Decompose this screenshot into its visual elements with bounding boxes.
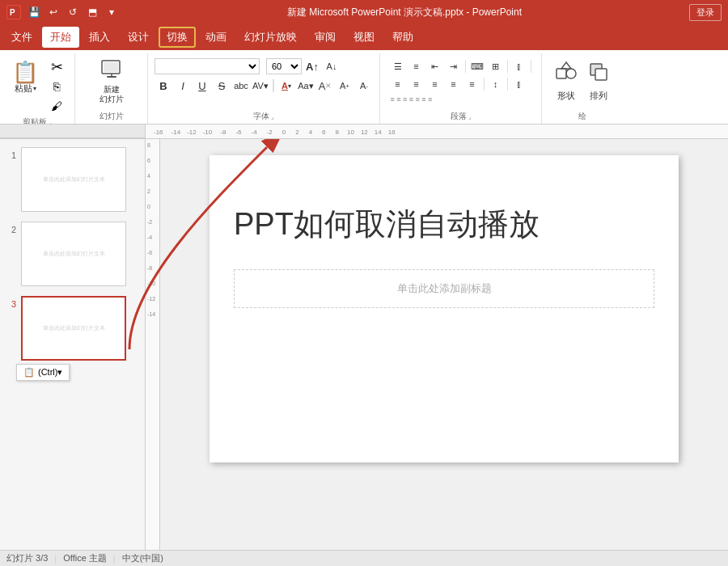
slide-title[interactable]: PPT如何取消自动播放	[210, 155, 679, 261]
clipboard-dialog-icon[interactable]: ⌟	[49, 119, 52, 125]
slide-thumb-text-1: 单击此处添加幻灯片文本	[40, 172, 108, 187]
slide-thumb-2[interactable]: 单击此处添加幻灯片文本	[21, 222, 126, 286]
new-slide-button[interactable]: 新建幻灯片	[96, 58, 127, 103]
menu-design[interactable]: 设计	[120, 27, 157, 48]
slide-thumb-1[interactable]: 单击此处添加幻灯片文本	[21, 147, 126, 212]
font-color-btn[interactable]: A ▾	[277, 78, 295, 94]
lang-info: 中文(中国)	[122, 552, 163, 564]
new-slide-label: 新建幻灯片	[99, 85, 124, 104]
menu-transitions[interactable]: 切换	[159, 27, 196, 48]
title-bar-left: P 💾 ↩ ↺ ⬒ ▾	[6, 4, 120, 20]
redo-quick-btn[interactable]: ↺	[65, 4, 81, 20]
slide-canvas-area: PPT如何取消自动播放 单击此处添加副标题	[160, 139, 728, 550]
arrange-label: 排列	[590, 90, 607, 102]
title-bar-right: 登录	[689, 4, 722, 21]
font-name-select[interactable]	[154, 58, 260, 74]
menu-slideshow[interactable]: 幻灯片放映	[236, 27, 305, 48]
superscript-btn[interactable]: A+	[336, 78, 353, 94]
clipboard-group: 📋 粘贴▾ ✂ ⎘ 🖌 剪贴板 ⌟	[0, 53, 75, 124]
paragraph-group: ☰ ≡ ⇤ ⇥ ⌨ ⊞ ⫿ ≡ ≡ ≡ ≡ ≡ ↕ ⫿	[380, 53, 542, 124]
font-divider	[273, 79, 274, 92]
svg-marker-8	[561, 62, 571, 69]
quick-access-toolbar: 💾 ↩ ↺ ⬒ ▾	[26, 4, 120, 20]
slide-item-1[interactable]: 1 单击此处添加幻灯片文本	[3, 146, 142, 213]
svg-rect-5	[107, 76, 116, 78]
cut-button[interactable]: ✂	[45, 58, 68, 76]
theme-info: Office 主题	[63, 552, 107, 564]
indent-less-btn[interactable]: ⇤	[426, 58, 444, 74]
menu-home[interactable]: 开始	[42, 27, 79, 48]
svg-text:P: P	[10, 8, 15, 17]
decrease-font-btn[interactable]: A↓	[323, 58, 341, 74]
font-aa-btn[interactable]: Aa▾	[297, 78, 315, 94]
italic-btn[interactable]: I	[174, 78, 192, 94]
shapes-icon	[555, 61, 578, 88]
save-quick-btn[interactable]: 💾	[26, 4, 42, 20]
main-area: 1 单击此处添加幻灯片文本 2 单击此处添加幻灯片文本 3 单击此处添加幻灯片文…	[0, 139, 728, 550]
font-dialog-icon[interactable]: ⌟	[271, 113, 274, 120]
powerpoint-icon: P	[6, 5, 21, 19]
undo-quick-btn[interactable]: ↩	[45, 4, 61, 20]
shadow-btn[interactable]: abc	[232, 78, 250, 94]
increase-font-btn[interactable]: A↑	[303, 58, 321, 74]
slide-canvas[interactable]: PPT如何取消自动播放 单击此处添加副标题	[210, 155, 679, 463]
paste-clipboard-popup[interactable]: 📋 (Ctrl)▾	[16, 364, 70, 381]
new-slide-icon	[100, 57, 123, 83]
format-painter-button[interactable]: 🖌	[45, 97, 68, 115]
align-col-btn[interactable]: ≡	[463, 76, 481, 92]
align-left-btn[interactable]: ≡	[389, 76, 407, 92]
para-divider4	[484, 78, 485, 91]
slides-label: 幻灯片	[82, 111, 141, 122]
paste-button[interactable]: 📋 粘贴▾	[6, 55, 44, 100]
shapes-button[interactable]: 形状	[552, 58, 581, 103]
shapes-label: 形状	[557, 90, 575, 102]
char-spacing-btn[interactable]: AV▾	[252, 78, 269, 94]
menu-animations[interactable]: 动画	[197, 27, 235, 48]
menu-help[interactable]: 帮助	[384, 27, 421, 48]
columns-btn[interactable]: ⫿	[510, 76, 528, 92]
slide-num-3: 3	[5, 296, 16, 309]
login-button[interactable]: 登录	[689, 4, 722, 21]
font-label: 字体 ⌟	[154, 111, 373, 122]
font-clear-btn[interactable]: A✕	[316, 78, 334, 94]
slide-item-3[interactable]: 3 单击此处添加幻灯片文本	[3, 294, 142, 362]
arrange-button[interactable]: 排列	[584, 58, 613, 103]
indent-more-btn[interactable]: ⇥	[445, 58, 463, 74]
font-group: 60 A↑ A↓ B I U S abc AV▾ A ▾ Aa▾ A✕	[148, 53, 380, 124]
menu-insert[interactable]: 插入	[81, 27, 118, 48]
slide-thumb-3[interactable]: 单击此处添加幻灯片文本	[21, 296, 126, 361]
menu-view[interactable]: 视图	[345, 27, 383, 48]
font-row-2: B I U S abc AV▾ A ▾ Aa▾ A✕ A+ A-	[154, 78, 373, 94]
slide-thumb-text-2: 单击此处添加幻灯片文本	[40, 247, 108, 261]
convert-smartart-btn[interactable]: ⊞	[487, 58, 505, 74]
slide-subtitle[interactable]: 单击此处添加副标题	[234, 269, 654, 308]
col-btn[interactable]: ⫿	[510, 58, 528, 74]
present-quick-btn[interactable]: ⬒	[84, 4, 100, 20]
ruler-area: -16 -14 -12 -10 -8 -6 -4 -2 0 2 4 6 8 10…	[0, 125, 728, 139]
menu-file[interactable]: 文件	[3, 27, 40, 48]
menu-review[interactable]: 审阅	[307, 27, 344, 48]
slide-subtitle-placeholder: 单击此处添加副标题	[397, 282, 492, 294]
bullets-btn[interactable]: ☰	[389, 58, 407, 74]
paste-label: 粘贴▾	[15, 82, 36, 95]
slide-item-2[interactable]: 2 单击此处添加幻灯片文本	[3, 220, 142, 288]
align-right-btn[interactable]: ≡	[426, 76, 444, 92]
text-direction-btn[interactable]: ⌨	[468, 58, 486, 74]
align-justify-btn[interactable]: ≡	[445, 76, 463, 92]
ruler-horizontal: -16 -14 -12 -10 -8 -6 -4 -2 0 2 4 6 8 10…	[146, 125, 728, 139]
bold-btn[interactable]: B	[154, 78, 172, 94]
svg-rect-3	[104, 62, 118, 72]
quick-access-dropdown[interactable]: ▾	[104, 4, 120, 20]
paste-popup-label: (Ctrl)▾	[38, 367, 62, 378]
strikethrough-btn[interactable]: S	[213, 78, 231, 94]
line-spacing-btn[interactable]: ↕	[487, 76, 505, 92]
subscript-btn[interactable]: A-	[355, 78, 373, 94]
copy-button[interactable]: ⎘	[45, 78, 68, 95]
numbering-btn[interactable]: ≡	[408, 58, 425, 74]
font-size-select[interactable]: 60	[266, 58, 302, 74]
underline-btn[interactable]: U	[193, 78, 211, 94]
align-center-btn[interactable]: ≡	[408, 76, 425, 92]
para-dialog-icon[interactable]: ⌟	[468, 113, 472, 120]
para-divider2	[507, 60, 508, 73]
arrange-icon	[587, 61, 610, 88]
